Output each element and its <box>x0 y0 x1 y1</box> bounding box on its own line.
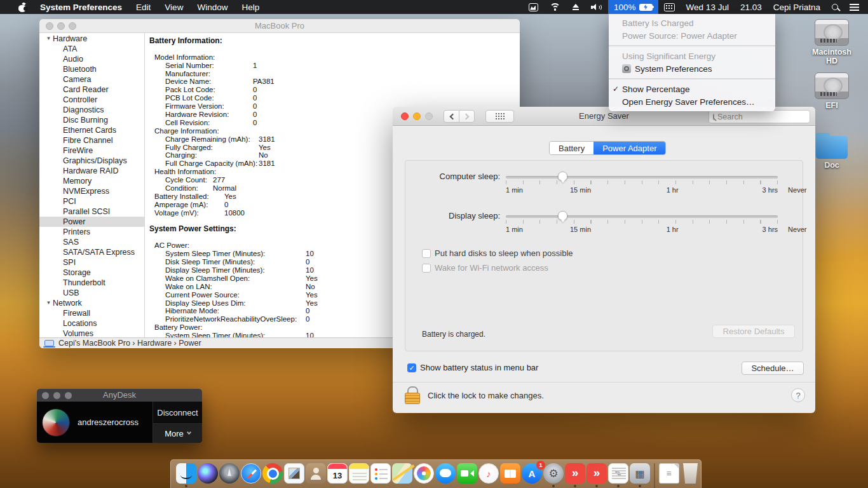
dock-app-icon[interactable] <box>500 463 520 484</box>
sidebar-tree-item[interactable]: Audio <box>39 54 144 64</box>
sidebar-tree-item[interactable]: ATA <box>39 44 144 54</box>
drive-or-folder-icon[interactable] <box>816 136 848 159</box>
menu-bar-item[interactable]: Edit <box>129 0 158 14</box>
eject-menu[interactable] <box>566 0 585 14</box>
menu-bar-item[interactable]: View <box>158 0 190 14</box>
sidebar-tree-item[interactable]: Disc Burning <box>39 115 144 125</box>
dock-app-icon[interactable] <box>219 463 240 484</box>
sidebar-tree-item[interactable]: Diagnostics <box>39 105 144 115</box>
notification-center-menu[interactable] <box>844 0 868 14</box>
display-sleep-slider[interactable] <box>506 215 778 218</box>
dock-item[interactable]: ♪ <box>478 463 499 487</box>
menu-item[interactable]: Open Energy Saver Preferences… <box>609 95 775 108</box>
lock-icon[interactable] <box>405 386 419 404</box>
dock-item[interactable] <box>681 463 701 487</box>
menu-item[interactable]: ✓ Show Percentage <box>609 83 775 95</box>
sidebar-tree-item[interactable]: Fibre Channel <box>39 135 144 146</box>
dock-item[interactable] <box>500 463 520 487</box>
dock-app-icon[interactable] <box>284 463 304 484</box>
show-battery-status-checkbox[interactable]: ✓ <box>407 363 416 372</box>
sidebar-tree-item[interactable]: FireWire <box>39 146 144 156</box>
window-titlebar[interactable]: MacBook Pro <box>39 19 520 33</box>
dock-app-icon[interactable]: A 1 <box>522 463 542 484</box>
dock-item[interactable]: ⚙ <box>543 463 564 487</box>
dock-item[interactable] <box>306 463 326 487</box>
search-field[interactable] <box>709 110 810 123</box>
sidebar-tree-item[interactable]: SAS <box>39 237 144 247</box>
app-menu-title[interactable]: System Preferences <box>33 0 129 14</box>
menu-item[interactable]: Power Source: Power Adapter <box>609 29 775 42</box>
dock-item[interactable]: ✎ <box>608 463 628 487</box>
search-input[interactable] <box>717 112 820 121</box>
keyboard-menu[interactable] <box>658 0 681 14</box>
menu-item[interactable] <box>609 78 775 79</box>
wifi-menu[interactable] <box>544 0 566 14</box>
computer-sleep-slider-thumb[interactable] <box>558 172 567 180</box>
dock-app-icon[interactable] <box>176 463 196 484</box>
dock-app-icon[interactable]: » <box>565 463 585 484</box>
sidebar-tree-item[interactable]: Power <box>39 217 144 227</box>
sidebar-tree-item[interactable]: Printers <box>39 227 144 237</box>
sidebar-tree-item[interactable]: Controller <box>39 95 144 105</box>
dock-item[interactable] <box>457 463 477 487</box>
dock-app-icon[interactable]: ♪ <box>478 463 499 484</box>
dock-item[interactable]: 13 <box>327 463 348 487</box>
spotlight-menu[interactable] <box>826 0 844 14</box>
sidebar-tree-item[interactable]: SPI <box>39 257 144 268</box>
dock-app-icon[interactable] <box>414 463 434 484</box>
clock-date[interactable]: Wed 13 Jul <box>681 0 735 14</box>
disclosure-triangle-icon[interactable]: ▼ <box>44 34 53 44</box>
dock-app-icon[interactable] <box>392 463 412 484</box>
anydesk-titlebar[interactable]: AnyDesk <box>37 389 202 402</box>
dock-app-icon[interactable] <box>198 463 218 484</box>
dock-item[interactable] <box>435 463 456 487</box>
sidebar-tree-item[interactable]: Firewall <box>39 308 144 318</box>
dock-app-icon[interactable] <box>349 463 369 484</box>
drive-or-folder-icon[interactable] <box>815 19 849 46</box>
dock-app-icon[interactable]: ≡ <box>659 463 679 484</box>
sidebar-tree-item[interactable]: PCI <box>39 196 144 207</box>
more-button[interactable]: More <box>153 424 202 443</box>
sidebar-tree-item[interactable]: Thunderbolt <box>39 278 144 288</box>
sidebar-tree-item[interactable]: Parallel SCSI <box>39 207 144 217</box>
dock-app-icon[interactable]: ⚙ <box>543 463 564 484</box>
dock-app-icon[interactable] <box>306 463 326 484</box>
dock-app-icon[interactable] <box>457 463 477 484</box>
dock-item[interactable] <box>370 463 391 487</box>
sidebar-tree-item[interactable]: Card Reader <box>39 85 144 95</box>
dock-item[interactable] <box>219 463 240 487</box>
dock-item[interactable]: ≡ <box>659 463 679 487</box>
menu-bar-item[interactable]: Help <box>234 0 266 14</box>
menu-item[interactable]: System Preferences <box>609 62 775 75</box>
tab[interactable]: Battery <box>550 142 593 154</box>
dock-item[interactable] <box>176 463 196 487</box>
user-menu[interactable]: Cepi Priatna <box>768 0 826 14</box>
dock-item[interactable] <box>414 463 434 487</box>
dock-app-icon[interactable]: ✎ <box>608 463 628 484</box>
anydesk-status-icon[interactable] <box>523 0 544 14</box>
dock-app-icon[interactable] <box>262 463 283 484</box>
dock-item[interactable] <box>392 463 412 487</box>
dock-item[interactable] <box>349 463 369 487</box>
sidebar-tree-item[interactable]: SATA/SATA Express <box>39 247 144 257</box>
sidebar-tree-item[interactable]: Hardware RAID <box>39 166 144 176</box>
dock-app-icon[interactable] <box>681 463 701 484</box>
sidebar-tree-item[interactable]: Bluetooth <box>39 64 144 74</box>
menu-item[interactable]: Using Significant Energy <box>609 50 775 62</box>
dock-item[interactable]: » <box>565 463 585 487</box>
dock-item[interactable] <box>284 463 304 487</box>
battery-menu-extra[interactable]: 100% <box>608 0 658 14</box>
sidebar-tree-item[interactable]: Memory <box>39 176 144 186</box>
display-sleep-slider-thumb[interactable] <box>558 211 567 220</box>
sidebar-tree-item[interactable]: Locations <box>39 318 144 329</box>
dock-item[interactable] <box>241 463 261 487</box>
sidebar-tree-item[interactable]: Graphics/Displays <box>39 156 144 166</box>
menu-item[interactable] <box>609 45 775 46</box>
dock-app-icon[interactable] <box>654 463 655 488</box>
dock-item[interactable]: » <box>587 463 607 487</box>
checkbox[interactable] <box>422 249 431 258</box>
clock-time[interactable]: 21.03 <box>735 0 768 14</box>
drive-or-folder-icon[interactable] <box>815 72 849 99</box>
help-button[interactable]: ? <box>791 388 805 402</box>
sidebar-tree-item[interactable]: ▼ Hardware <box>39 34 144 44</box>
